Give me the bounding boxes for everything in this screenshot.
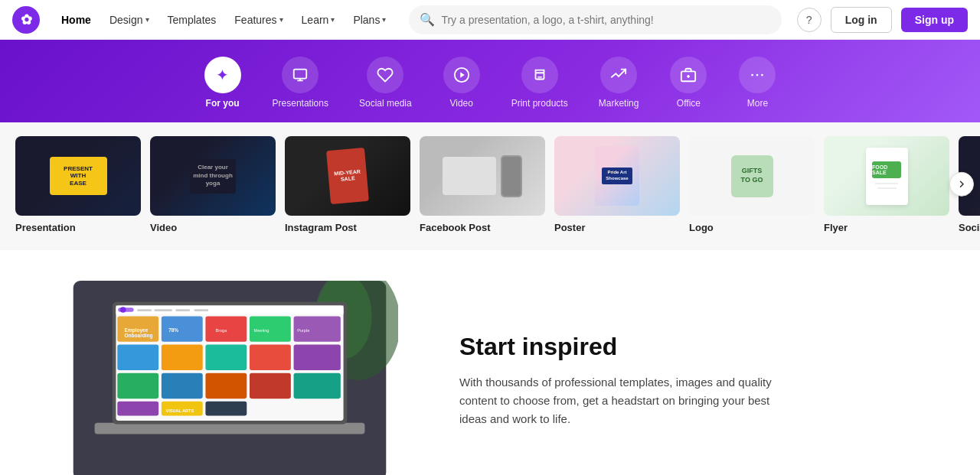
thumb-logo-label: Logo [689, 222, 714, 233]
svg-marker-2 [460, 72, 465, 77]
video-icon [443, 57, 480, 93]
nav-plans[interactable]: Plans ▾ [345, 9, 394, 31]
category-for-you-label: For you [206, 98, 240, 109]
nav-right: ? Log in Sign up [797, 7, 968, 33]
thumb-presentation-label: Presentation [15, 222, 76, 233]
thumb-presentation[interactable]: PRESENTWITHEASE Presentation [15, 136, 141, 233]
svg-text:Purple: Purple [297, 328, 309, 333]
thumb-logo[interactable]: GIFTSTO GO Logo [689, 136, 815, 233]
search-input[interactable] [441, 14, 770, 26]
thumb-instagram-label: Instagram Post [285, 222, 357, 233]
more-icon [739, 57, 776, 93]
svg-rect-30 [205, 345, 247, 370]
social-media-icon [367, 57, 403, 93]
svg-rect-33 [117, 373, 158, 399]
start-inspired-body: With thousands of professional templates… [459, 373, 781, 428]
canva-logo[interactable]: ✿ [12, 6, 40, 34]
start-inspired: Start inspired With thousands of profess… [459, 333, 934, 428]
category-marketing-label: Marketing [599, 98, 639, 109]
category-bar: ✦ For you Presentations Social media Vid… [0, 40, 980, 122]
chevron-down-icon: ▾ [331, 15, 335, 24]
thumb-flyer-label: Flyer [824, 222, 848, 233]
search-icon: 🔍 [420, 12, 435, 27]
category-for-you[interactable]: ✦ For you [188, 50, 257, 115]
print-products-icon [521, 57, 558, 93]
category-presentations-label: Presentations [273, 98, 328, 109]
thumb-poster-label: Poster [554, 222, 585, 233]
category-print-products-label: Print products [511, 98, 568, 109]
start-inspired-heading: Start inspired [459, 333, 934, 361]
svg-text:Broga: Broga [215, 328, 227, 333]
category-print-products[interactable]: Print products [496, 50, 583, 115]
next-button[interactable] [949, 171, 974, 196]
thumbnails-section: PRESENTWITHEASE Presentation Clear yourm… [0, 122, 980, 250]
svg-rect-20 [175, 309, 190, 311]
nav-design[interactable]: Design ▾ [102, 9, 157, 31]
category-more-label: More [747, 98, 768, 109]
svg-text:VISUAL ARTS: VISUAL ARTS [165, 408, 194, 413]
for-you-icon: ✦ [204, 57, 241, 93]
thumb-instagram[interactable]: MID-YEARSALE Instagram Post [285, 136, 410, 233]
svg-rect-29 [162, 345, 203, 370]
navbar: ✿ Home Design ▾ Templates Features ▾ Lea… [0, 0, 980, 40]
svg-rect-13 [95, 423, 365, 434]
chevron-down-icon: ▾ [382, 15, 386, 24]
svg-rect-36 [250, 373, 291, 399]
svg-rect-0 [294, 70, 307, 79]
category-office-label: Office [677, 98, 701, 109]
nav-learn[interactable]: Learn ▾ [294, 9, 343, 31]
svg-rect-3 [535, 73, 544, 79]
signup-button[interactable]: Sign up [901, 8, 968, 32]
svg-rect-40 [205, 402, 247, 416]
presentations-icon [282, 57, 318, 93]
svg-point-9 [761, 74, 763, 76]
svg-text:Meeting: Meeting [254, 328, 270, 333]
marketing-icon [600, 57, 637, 93]
category-marketing[interactable]: Marketing [583, 50, 655, 115]
category-video-label: Video [449, 98, 472, 109]
thumb-facebook-label: Facebook Post [420, 222, 490, 233]
svg-rect-34 [162, 373, 203, 399]
thumb-social-media-label: Social Media [959, 222, 980, 233]
nav-features[interactable]: Features ▾ [227, 9, 290, 31]
logo[interactable]: ✿ [12, 6, 40, 34]
help-button[interactable]: ? [797, 8, 822, 32]
svg-point-8 [756, 74, 759, 76]
svg-text:Onboarding: Onboarding [125, 333, 153, 339]
category-presentations[interactable]: Presentations [257, 50, 344, 115]
svg-rect-38 [117, 402, 158, 416]
office-icon [670, 57, 707, 93]
bottom-section: Employee Onboarding 78% Broga Meeting Pu… [0, 250, 980, 475]
search-bar: 🔍 [409, 5, 781, 34]
thumb-facebook[interactable]: Facebook Post [420, 136, 545, 233]
nav-templates[interactable]: Templates [160, 9, 224, 31]
svg-rect-31 [250, 345, 291, 370]
category-social-media[interactable]: Social media [344, 50, 427, 115]
thumb-poster[interactable]: Pride ArtShowcase Poster [554, 136, 680, 233]
nav-links: Home Design ▾ Templates Features ▾ Learn… [54, 9, 394, 31]
category-social-media-label: Social media [359, 98, 412, 109]
laptop-illustration: Employee Onboarding 78% Broga Meeting Pu… [61, 281, 398, 475]
nav-home[interactable]: Home [54, 9, 99, 31]
svg-point-22 [120, 307, 126, 312]
category-office[interactable]: Office [654, 50, 723, 115]
svg-rect-32 [294, 345, 341, 370]
svg-rect-35 [205, 373, 247, 399]
chevron-down-icon: ▾ [279, 15, 283, 24]
svg-rect-19 [155, 309, 172, 311]
svg-text:78%: 78% [168, 327, 178, 333]
login-button[interactable]: Log in [831, 7, 892, 33]
category-video[interactable]: Video [427, 50, 496, 115]
svg-rect-28 [117, 345, 158, 370]
svg-rect-24 [162, 316, 203, 341]
category-more[interactable]: More [723, 50, 792, 115]
thumb-video[interactable]: Clear yourmind throughyoga Video [150, 136, 276, 233]
thumb-video-label: Video [150, 222, 177, 233]
svg-rect-18 [137, 309, 152, 311]
thumb-flyer[interactable]: FOOD SALE Flyer [824, 136, 949, 233]
chevron-down-icon: ▾ [145, 15, 149, 24]
svg-point-7 [752, 74, 754, 76]
svg-rect-37 [294, 373, 341, 399]
svg-rect-21 [194, 309, 209, 311]
